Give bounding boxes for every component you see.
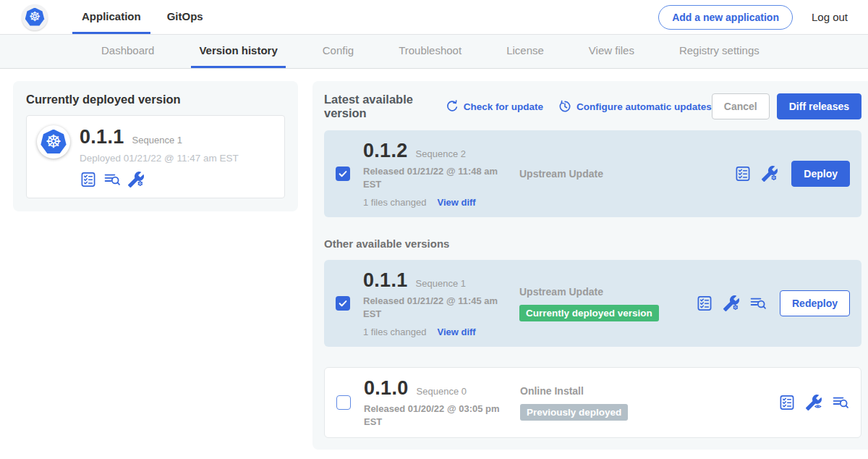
release-notes-icon[interactable] <box>734 165 752 182</box>
deploy-button[interactable]: Deploy <box>791 161 850 187</box>
subnav-item-version-history[interactable]: Version history <box>191 35 285 68</box>
version-card-0-1-1: 0.1.1 Sequence 1 Released 01/21/22 @ 11:… <box>324 260 861 347</box>
edit-config-icon[interactable] <box>723 295 740 312</box>
version-status: Upstream Update <box>519 168 696 180</box>
subnav-item-view-files[interactable]: View files <box>581 35 642 68</box>
helm-wheel-icon: ☸ <box>46 132 61 151</box>
subnav-item-config[interactable]: Config <box>315 35 362 68</box>
tab-application-label: Application <box>82 10 141 22</box>
navbar-tabs: Application GitOps <box>72 0 220 34</box>
version-number: 0.1.2 <box>363 140 408 162</box>
configure-auto-updates-link[interactable]: Configure automatic updates <box>558 99 712 114</box>
version-source-label: Upstream Update <box>519 286 696 298</box>
latest-version-title: Latest available version <box>324 93 435 120</box>
diff-releases-button[interactable]: Diff releases <box>777 93 861 119</box>
released-timestamp: Released 01/21/22 @ 11:48 am EST <box>363 165 501 190</box>
check-for-update-label: Check for update <box>464 101 543 112</box>
version-source-label: Online Install <box>520 385 697 397</box>
sequence-label: Sequence 0 <box>417 386 467 397</box>
helm-wheel-icon: ☸ <box>29 10 41 23</box>
version-status: Upstream Update Currently deployed versi… <box>519 286 696 321</box>
release-notes-icon[interactable] <box>696 295 713 312</box>
sequence-label: Sequence 2 <box>416 148 466 159</box>
version-actions: Deploy <box>734 161 850 187</box>
kubernetes-heptagon: ☸ <box>41 130 67 155</box>
check-for-update-link[interactable]: Check for update <box>445 99 543 114</box>
deployed-version-info: 0.1.1 Sequence 1 Deployed 01/21/22 @ 11:… <box>80 125 239 188</box>
released-timestamp: Released 01/21/22 @ 11:45 am EST <box>363 295 501 320</box>
currently-deployed-badge: Currently deployed version <box>519 305 659 321</box>
version-info: 0.1.1 Sequence 1 Released 01/21/22 @ 11:… <box>363 269 505 337</box>
version-status: Online Install Previously deployed <box>520 385 697 421</box>
subnav-item-registry-settings[interactable]: Registry settings <box>671 35 767 68</box>
files-changed-label: 1 files changed <box>363 197 426 208</box>
configure-auto-updates-label: Configure automatic updates <box>576 101 712 112</box>
deployed-action-icons <box>80 171 239 188</box>
version-source-label: Upstream Update <box>519 168 696 180</box>
subnav-item-troubleshoot[interactable]: Troubleshoot <box>391 35 469 68</box>
subnav-item-dashboard[interactable]: Dashboard <box>93 35 162 68</box>
latest-version-header: Latest available version Check for updat… <box>324 93 861 120</box>
version-actions <box>778 394 849 411</box>
deployed-version-card: ☸ 0.1.1 Sequence 1 Deployed 01/21/22 @ 1… <box>26 115 285 198</box>
version-number: 0.1.1 <box>363 269 408 292</box>
subnav-item-license[interactable]: License <box>498 35 552 68</box>
version-number: 0.1.0 <box>364 377 409 400</box>
version-history-panel: Latest available version Check for updat… <box>312 81 868 450</box>
top-navbar: ☸ Application GitOps Add a new applicati… <box>0 0 868 35</box>
released-timestamp: Released 01/20/22 @ 03:05 pm EST <box>364 403 501 428</box>
check-icon <box>338 169 348 179</box>
version-card-0-1-0: 0.1.0 Sequence 0 Released 01/20/22 @ 03:… <box>324 367 861 438</box>
check-icon <box>338 298 348 308</box>
navbar-right: Add a new application Log out <box>658 5 848 30</box>
version-card-0-1-2: 0.1.2 Sequence 2 Released 01/21/22 @ 11:… <box>324 130 861 217</box>
previously-deployed-badge: Previously deployed <box>520 404 628 421</box>
version-checkbox[interactable] <box>336 167 350 181</box>
other-versions-title: Other available versions <box>324 237 861 250</box>
files-changed-label: 1 files changed <box>363 327 426 337</box>
redeploy-button[interactable]: Redeploy <box>780 290 850 316</box>
refresh-icon <box>445 99 459 114</box>
deployed-timestamp: Deployed 01/21/22 @ 11:47 am EST <box>80 153 239 164</box>
release-notes-icon[interactable] <box>80 171 97 188</box>
deployed-sequence-label: Sequence 1 <box>132 135 182 146</box>
version-checkbox[interactable] <box>336 395 351 410</box>
view-diff-link[interactable]: View diff <box>437 327 475 337</box>
sequence-label: Sequence 1 <box>416 278 466 289</box>
add-application-button[interactable]: Add a new application <box>658 5 793 30</box>
currently-deployed-panel: Currently deployed version ☸ 0.1.1 Seque… <box>13 81 298 211</box>
tab-gitops-label: GitOps <box>167 10 203 22</box>
deploy-logs-icon[interactable] <box>749 295 767 312</box>
view-config-icon[interactable] <box>805 394 822 411</box>
kubernetes-logo: ☸ <box>22 4 48 30</box>
version-info: 0.1.0 Sequence 0 Released 01/20/22 @ 03:… <box>364 377 506 428</box>
tab-gitops[interactable]: GitOps <box>158 0 213 34</box>
edit-config-icon[interactable] <box>127 171 145 188</box>
edit-config-icon[interactable] <box>761 165 778 182</box>
release-notes-icon[interactable] <box>778 394 796 411</box>
kubernetes-heptagon: ☸ <box>25 8 45 27</box>
logout-link[interactable]: Log out <box>812 11 848 23</box>
version-actions: Redeploy <box>696 290 850 316</box>
cancel-button[interactable]: Cancel <box>712 93 770 119</box>
deployed-version-number: 0.1.1 <box>80 126 124 148</box>
version-info: 0.1.2 Sequence 2 Released 01/21/22 @ 11:… <box>363 140 505 208</box>
deploy-logs-icon[interactable] <box>103 171 121 188</box>
main-content: Currently deployed version ☸ 0.1.1 Seque… <box>0 69 868 459</box>
clock-refresh-icon <box>558 99 572 114</box>
deploy-logs-icon[interactable] <box>832 394 849 411</box>
app-subnav: Dashboard Version history Config Trouble… <box>0 35 868 69</box>
version-checkbox[interactable] <box>336 296 350 311</box>
tab-application[interactable]: Application <box>72 0 150 34</box>
view-diff-link[interactable]: View diff <box>437 197 475 208</box>
deployed-panel-title: Currently deployed version <box>26 93 285 106</box>
app-icon: ☸ <box>37 125 70 159</box>
